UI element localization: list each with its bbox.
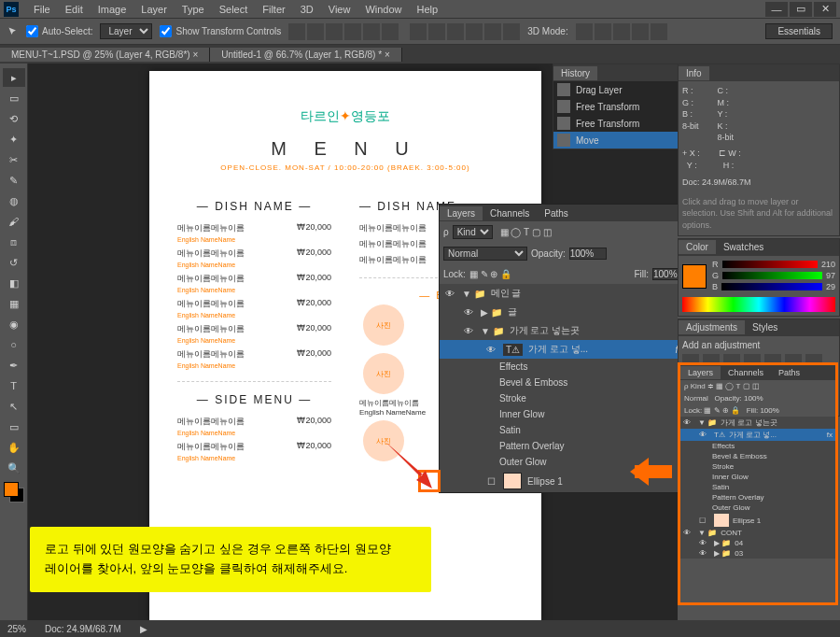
close-button[interactable]: ✕ bbox=[814, 2, 836, 17]
layer-group[interactable]: 👁▶ 📁03 bbox=[680, 548, 835, 559]
layer-group[interactable]: 👁▶ 📁글 bbox=[440, 303, 678, 321]
foreground-color[interactable] bbox=[4, 482, 19, 497]
crop-tool[interactable]: ✂ bbox=[3, 150, 25, 169]
zoom-tool[interactable]: 🔍 bbox=[3, 459, 25, 477]
layer-group[interactable]: 👁▼ 📁가게 로고 넣는곳 bbox=[440, 321, 678, 340]
tab-channels[interactable]: Channels bbox=[483, 206, 537, 220]
tab-layers[interactable]: Layers bbox=[440, 206, 483, 220]
menu-layer[interactable]: Layer bbox=[133, 4, 175, 15]
tab-styles[interactable]: Styles bbox=[745, 320, 785, 334]
align-icons[interactable] bbox=[288, 23, 520, 40]
effect-item[interactable]: Outer Glow bbox=[680, 503, 835, 513]
wand-tool[interactable]: ✦ bbox=[3, 130, 25, 149]
brush-tool[interactable]: 🖌 bbox=[3, 212, 25, 231]
visibility-icon[interactable]: 👁 bbox=[484, 343, 497, 356]
layer-group[interactable]: 👁▼ 📁메인 글 bbox=[440, 284, 678, 303]
tab-paths[interactable]: Paths bbox=[537, 206, 576, 220]
filter-kind[interactable]: Kind bbox=[453, 225, 493, 239]
tab-history[interactable]: History bbox=[553, 66, 597, 80]
g-slider[interactable] bbox=[722, 272, 822, 279]
menu-view[interactable]: View bbox=[321, 4, 358, 15]
eraser-tool[interactable]: ◧ bbox=[3, 274, 25, 292]
eyedropper-tool[interactable]: ✎ bbox=[3, 171, 25, 190]
menu-window[interactable]: Window bbox=[357, 4, 409, 15]
maximize-button[interactable]: ▭ bbox=[790, 2, 812, 17]
tab-info[interactable]: Info bbox=[679, 66, 709, 80]
effect-item[interactable]: Inner Glow bbox=[440, 406, 678, 422]
auto-select-checkbox[interactable]: Auto-Select: bbox=[26, 25, 92, 37]
menu-image[interactable]: Image bbox=[91, 4, 134, 15]
layer-group[interactable]: 👁▼ 📁가게 로고 넣는곳 bbox=[680, 417, 835, 429]
history-item[interactable]: Free Transform bbox=[553, 115, 678, 132]
shape-tool[interactable]: ▭ bbox=[3, 418, 25, 436]
visibility-icon[interactable]: 👁 bbox=[462, 305, 475, 318]
visibility-toggle[interactable]: ☐ bbox=[699, 517, 710, 525]
tab-adjustments[interactable]: Adjustments bbox=[679, 320, 745, 334]
type-tool[interactable]: T bbox=[3, 376, 25, 395]
effect-item[interactable]: Pattern Overlay bbox=[440, 438, 678, 454]
menu-type[interactable]: Type bbox=[175, 4, 212, 15]
layer-group[interactable]: 👁▼ 📁CONT bbox=[680, 528, 835, 538]
text-layer[interactable]: 👁T⚠가게 로고 넣...fx bbox=[680, 429, 835, 441]
heal-tool[interactable]: ◍ bbox=[3, 191, 25, 210]
visibility-icon[interactable]: 👁 bbox=[443, 287, 456, 300]
zoom-level[interactable]: 25% bbox=[7, 624, 26, 634]
tab-swatches[interactable]: Swatches bbox=[716, 240, 771, 254]
gradient-tool[interactable]: ▦ bbox=[3, 294, 25, 313]
effect-item[interactable]: Bevel & Emboss bbox=[440, 375, 678, 390]
tab-color[interactable]: Color bbox=[679, 240, 716, 254]
fill-input[interactable] bbox=[652, 268, 678, 280]
effect-item[interactable]: Stroke bbox=[680, 461, 835, 472]
menu-filter[interactable]: Filter bbox=[255, 4, 292, 15]
spectrum[interactable] bbox=[682, 297, 835, 312]
move-tool[interactable]: ▸ bbox=[3, 68, 25, 87]
visibility-toggle[interactable]: ☐ bbox=[484, 474, 497, 488]
history-brush-tool[interactable]: ↺ bbox=[3, 253, 25, 272]
history-item[interactable]: Drag Layer bbox=[553, 81, 678, 98]
show-transform-checkbox[interactable]: Show Transform Controls bbox=[160, 25, 281, 37]
effect-item[interactable]: Satin bbox=[440, 422, 678, 438]
dodge-tool[interactable]: ○ bbox=[3, 335, 25, 354]
b-slider[interactable] bbox=[721, 283, 822, 290]
minimize-button[interactable]: — bbox=[765, 2, 788, 17]
opacity-input[interactable] bbox=[569, 248, 607, 260]
effect-item[interactable]: Pattern Overlay bbox=[680, 492, 835, 503]
menu-help[interactable]: Help bbox=[410, 4, 446, 15]
workspace-selector[interactable]: Essentials bbox=[765, 23, 833, 39]
effects-label[interactable]: Effects bbox=[680, 441, 835, 451]
effects-label[interactable]: Effects bbox=[440, 359, 678, 375]
text-layer[interactable]: 👁T⚠가게 로고 넣...fx ▾ bbox=[440, 340, 678, 359]
menu-edit[interactable]: Edit bbox=[58, 4, 91, 15]
effect-item[interactable]: Bevel & Emboss bbox=[680, 451, 835, 461]
color-preview[interactable] bbox=[682, 264, 707, 289]
effect-item[interactable]: Satin bbox=[680, 482, 835, 492]
blur-tool[interactable]: ◉ bbox=[3, 315, 25, 333]
tab-document-1[interactable]: MENU-T~1.PSD @ 25% (Layer 4, RGB/8*) × bbox=[0, 48, 210, 62]
path-tool[interactable]: ↖ bbox=[3, 397, 25, 416]
annotation-arrow-left bbox=[616, 458, 672, 486]
r-slider[interactable] bbox=[722, 261, 818, 268]
blend-mode[interactable]: Normal bbox=[443, 247, 527, 261]
layer-group[interactable]: 👁▶ 📁04 bbox=[680, 538, 835, 548]
visibility-icon[interactable]: 👁 bbox=[462, 324, 475, 337]
hand-tool[interactable]: ✋ bbox=[3, 438, 25, 457]
menu-3d[interactable]: 3D bbox=[293, 4, 321, 15]
history-item[interactable]: Free Transform bbox=[553, 98, 678, 115]
stamp-tool[interactable]: ⧈ bbox=[3, 233, 25, 251]
tab-document-2[interactable]: Untitled-1 @ 66.7% (Layer 1, RGB/8) * × bbox=[210, 48, 402, 62]
3d-icons[interactable] bbox=[576, 23, 667, 40]
auto-select-dropdown[interactable]: Layer bbox=[100, 23, 152, 39]
history-item[interactable]: Move bbox=[553, 132, 678, 149]
color-swatch[interactable] bbox=[4, 482, 24, 503]
tab-channels[interactable]: Channels bbox=[721, 366, 771, 379]
marquee-tool[interactable]: ▭ bbox=[3, 89, 25, 107]
effect-item[interactable]: Stroke bbox=[440, 390, 678, 406]
lasso-tool[interactable]: ⟲ bbox=[3, 109, 25, 128]
pen-tool[interactable]: ✒ bbox=[3, 356, 25, 375]
tab-layers[interactable]: Layers bbox=[680, 366, 721, 379]
menu-select[interactable]: Select bbox=[212, 4, 256, 15]
tab-paths[interactable]: Paths bbox=[771, 366, 807, 379]
effect-item[interactable]: Inner Glow bbox=[680, 472, 835, 482]
menu-file[interactable]: File bbox=[26, 4, 58, 15]
ellipse-layer[interactable]: ☐Ellipse 1 bbox=[680, 513, 835, 528]
